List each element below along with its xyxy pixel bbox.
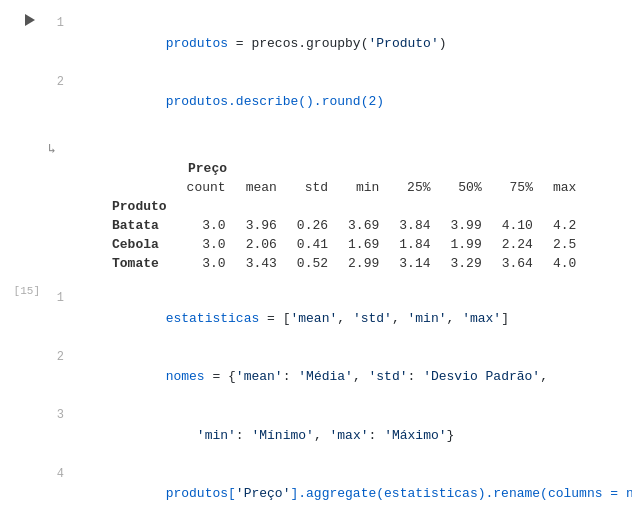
code-default: ]	[501, 311, 509, 326]
cell-batata-50: 3.99	[441, 216, 492, 235]
empty-header	[177, 197, 587, 216]
code-default: ,	[314, 428, 330, 443]
code-default	[166, 428, 197, 443]
col-header-count: count	[177, 178, 236, 197]
line-number: 2	[48, 348, 64, 407]
cell-2-code: 1 estatisticas = ['mean', 'std', 'min', …	[48, 287, 632, 511]
col-header-index	[108, 178, 177, 197]
col-header-50: 50%	[441, 178, 492, 197]
line-number: 1	[48, 14, 64, 73]
cell-2: [15] 1 estatisticas = ['mean', 'std', 'm…	[0, 285, 632, 511]
output-1: ↳ Preço count mean std min 25% 50% 75% m…	[48, 141, 632, 273]
cell-cebola-std: 0.41	[287, 235, 338, 254]
cell-tomate-std: 0.52	[287, 254, 338, 273]
code-line-1-2: 2 produtos.describe().round(2)	[48, 73, 632, 132]
code-str: 'min'	[197, 428, 236, 443]
cell-cebola-50: 1.99	[441, 235, 492, 254]
code-default: = {	[205, 369, 236, 384]
table-subheader-row: Produto	[108, 197, 586, 216]
line-number: 2	[48, 73, 64, 132]
code-default: :	[369, 428, 385, 443]
cell-batata-count: 3.0	[177, 216, 236, 235]
code-default: :	[236, 428, 252, 443]
cell-2-gutter: [15]	[0, 285, 48, 511]
code-default: ,	[540, 369, 548, 384]
code-default: )	[439, 36, 447, 51]
line-number: 4	[48, 465, 64, 512]
line-number: 1	[48, 289, 64, 348]
code-default: ,	[337, 311, 353, 326]
col-header-25: 25%	[389, 178, 440, 197]
code-line-1-1: 1 produtos = precos.groupby('Produto')	[48, 14, 632, 73]
code-str: 'mean'	[236, 369, 283, 384]
code-str: 'Preço'	[236, 486, 291, 501]
code-default: ,	[353, 369, 369, 384]
code-line-2-3: 3 'min': 'Mínimo', 'max': 'Máximo'}	[48, 406, 632, 465]
cell-cebola-25: 1.84	[389, 235, 440, 254]
multi-index-label: Preço	[188, 161, 632, 176]
col-header-max: max	[543, 178, 586, 197]
code-var: ].aggregate(estatisticas).rename(columns…	[290, 486, 632, 501]
notebook: 1 produtos = precos.groupby('Produto') 2…	[0, 0, 632, 511]
code-text: produtos['Preço'].aggregate(estatisticas…	[72, 465, 632, 512]
code-default: :	[283, 369, 299, 384]
cell-cebola-count: 3.0	[177, 235, 236, 254]
code-str: 'max'	[462, 311, 501, 326]
cell-2-content: 1 estatisticas = ['mean', 'std', 'min', …	[48, 285, 632, 511]
line-number: 3	[48, 406, 64, 465]
row-index: Batata	[108, 216, 177, 235]
code-str: 'Desvio Padrão'	[423, 369, 540, 384]
code-str: 'Máximo'	[384, 428, 446, 443]
code-text: estatisticas = ['mean', 'std', 'min', 'm…	[72, 289, 509, 348]
cell-batata-mean: 3.96	[236, 216, 287, 235]
table-row: Cebola 3.0 2.06 0.41 1.69 1.84 1.99 2.24…	[108, 235, 586, 254]
code-str: 'std'	[369, 369, 408, 384]
code-default: :	[408, 369, 424, 384]
cell-1: 1 produtos = precos.groupby('Produto') 2…	[0, 10, 632, 135]
table-row: Tomate 3.0 3.43 0.52 2.99 3.14 3.29 3.64…	[108, 254, 586, 273]
cell-batata-std: 0.26	[287, 216, 338, 235]
play-icon-1	[25, 14, 35, 26]
code-str: 'Produto'	[368, 36, 438, 51]
code-var: produtos.describe().round(2)	[166, 94, 384, 109]
output-1-table: count mean std min 25% 50% 75% max Produ…	[108, 178, 586, 273]
code-line-2-1: 1 estatisticas = ['mean', 'std', 'min', …	[48, 289, 632, 348]
code-str: 'min'	[408, 311, 447, 326]
row-index: Tomate	[108, 254, 177, 273]
code-default: = [	[259, 311, 290, 326]
code-var: nomes	[166, 369, 205, 384]
code-str: 'Mínimo'	[251, 428, 313, 443]
col-header-min: min	[338, 178, 389, 197]
code-default: ,	[392, 311, 408, 326]
cell-1-content: 1 produtos = precos.groupby('Produto') 2…	[48, 10, 632, 135]
code-default: = precos.groupby(	[228, 36, 368, 51]
table-header-row: count mean std min 25% 50% 75% max	[108, 178, 586, 197]
cell-cebola-75: 2.24	[492, 235, 543, 254]
code-text: produtos.describe().round(2)	[72, 73, 384, 132]
run-button-1[interactable]	[20, 10, 40, 30]
cell-batata-max: 4.2	[543, 216, 586, 235]
row-index: Cebola	[108, 235, 177, 254]
code-line-2-2: 2 nomes = {'mean': 'Média', 'std': 'Desv…	[48, 348, 632, 407]
cell-tomate-25: 3.14	[389, 254, 440, 273]
code-str: 'Média'	[298, 369, 353, 384]
code-line-2-4: 4 produtos['Preço'].aggregate(estatistic…	[48, 465, 632, 512]
output-icon-1: ↳	[48, 141, 632, 157]
code-var: produtos[	[166, 486, 236, 501]
col-header-75: 75%	[492, 178, 543, 197]
cell-tomate-75: 3.64	[492, 254, 543, 273]
col-header-std: std	[287, 178, 338, 197]
cell-1-code: 1 produtos = precos.groupby('Produto') 2…	[48, 12, 632, 133]
cell-batata-75: 4.10	[492, 216, 543, 235]
code-str: 'std'	[353, 311, 392, 326]
code-text: produtos = precos.groupby('Produto')	[72, 14, 447, 73]
code-var: estatisticas	[166, 311, 260, 326]
index-label: Produto	[108, 197, 177, 216]
cell-tomate-50: 3.29	[441, 254, 492, 273]
cell-tomate-max: 4.0	[543, 254, 586, 273]
code-str: 'mean'	[290, 311, 337, 326]
code-default: }	[447, 428, 455, 443]
cell-cebola-min: 1.69	[338, 235, 389, 254]
code-text: 'min': 'Mínimo', 'max': 'Máximo'}	[72, 406, 454, 465]
cell-tomate-count: 3.0	[177, 254, 236, 273]
